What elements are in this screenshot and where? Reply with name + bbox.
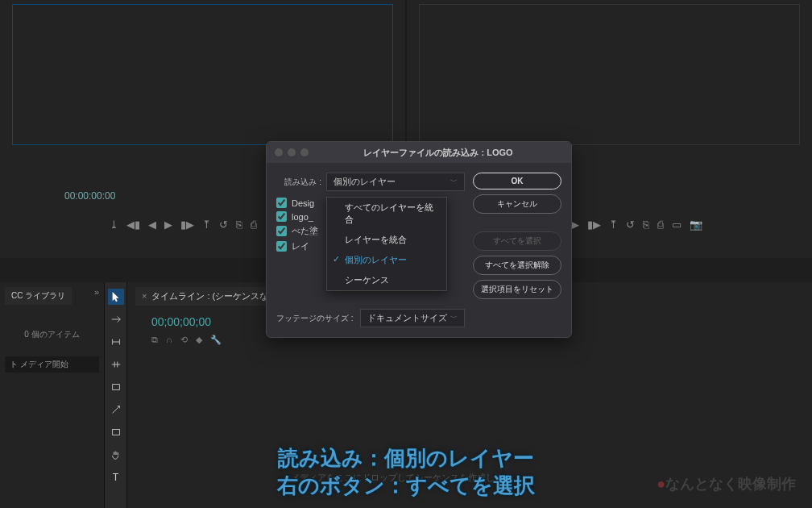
step-fwd-icon[interactable]: ▮▶ (180, 219, 194, 231)
footage-size-dropdown[interactable]: ドキュメントサイズ﹀ (360, 309, 465, 327)
close-icon[interactable] (275, 148, 283, 156)
ripple-tool[interactable] (108, 334, 124, 350)
footage-size-label: フッテージのサイズ : (276, 313, 354, 324)
step-fwd-icon[interactable]: ▮▶ (587, 219, 601, 231)
loop-icon[interactable]: ↺ (219, 219, 228, 231)
source-frame (12, 4, 393, 145)
export-frame-icon[interactable]: ▭ (672, 219, 682, 231)
chevron-down-icon: ﹀ (450, 313, 458, 323)
item-count: 0 個のアイテム (5, 329, 99, 340)
magnet-icon[interactable]: ∩ (166, 335, 172, 345)
snapshot-icon[interactable]: 📷 (690, 219, 702, 231)
type-tool[interactable]: T (108, 469, 124, 485)
panel-menu-icon[interactable]: » (94, 287, 99, 297)
svg-text:T: T (112, 472, 118, 483)
select-all-button[interactable]: すべてを選択 (473, 231, 561, 251)
import-dropdown-menu: すべてのレイヤーを統合 レイヤーを統合 個別のレイヤー シーケンス (326, 197, 447, 291)
media-start-col: ト メディア開始 (5, 356, 99, 373)
import-dropdown[interactable]: 個別のレイヤー﹀ (326, 173, 465, 191)
extract-icon[interactable]: ⎙ (657, 219, 664, 231)
program-frame (419, 4, 800, 145)
lift-icon[interactable]: ⎘ (643, 219, 649, 231)
play-back-icon[interactable]: ◀ (148, 219, 156, 231)
reset-selection-button[interactable]: 選択項目をリセット (473, 280, 561, 299)
mark-in-icon[interactable]: ⤓ (110, 219, 118, 231)
layer-checkbox[interactable] (276, 241, 287, 252)
layer-checkbox[interactable] (276, 226, 287, 236)
rectangle-tool[interactable] (108, 424, 124, 440)
menu-merge-all[interactable]: すべてのレイヤーを統合 (327, 198, 446, 230)
zoom-icon[interactable] (300, 148, 309, 156)
razor-tool[interactable] (108, 356, 124, 373)
play-icon[interactable]: ▶ (164, 219, 172, 231)
marker-icon[interactable]: ◆ (196, 335, 202, 345)
track-select-tool[interactable] (108, 311, 124, 327)
mark-out-icon[interactable]: ⤒ (202, 219, 211, 231)
tool-palette: T (105, 282, 127, 508)
overwrite-icon[interactable]: ⎙ (251, 219, 257, 231)
pen-tool[interactable] (108, 402, 124, 418)
source-timestamp: 00:00:00:00 (64, 190, 115, 202)
import-label: 読み込み : (276, 177, 321, 188)
step-back-icon[interactable]: ◀▮ (126, 219, 140, 231)
mark-out-icon[interactable]: ⤒ (609, 219, 618, 231)
chevron-down-icon: ﹀ (450, 177, 458, 187)
project-panel: CC ライブラリ » 0 個のアイテム ト メディア開始 (0, 282, 105, 508)
dialog-title: レイヤーファイルの読み込み : LOGO (313, 147, 563, 159)
menu-sequence[interactable]: シーケンス (327, 270, 446, 290)
minimize-icon[interactable] (288, 148, 296, 156)
dialog-titlebar[interactable]: レイヤーファイルの読み込み : LOGO (267, 142, 571, 163)
import-layers-dialog: レイヤーファイルの読み込み : LOGO 読み込み : 個別のレイヤー﹀ すべて… (266, 141, 572, 338)
ok-button[interactable]: OK (473, 173, 561, 189)
watermark: ●なんとなく映像制作 (657, 474, 796, 493)
layer-checkbox[interactable] (276, 198, 287, 208)
menu-individual[interactable]: 個別のレイヤー (327, 250, 446, 270)
loop-icon[interactable]: ↺ (626, 219, 635, 231)
menu-merge[interactable]: レイヤーを統合 (327, 230, 446, 250)
svg-rect-0 (112, 430, 119, 435)
layer-checkbox[interactable] (276, 211, 287, 222)
annotation-caption: 読み込み：個別のレイヤー 右のボタン：すべてを選択 (277, 445, 535, 500)
slip-tool[interactable] (108, 379, 124, 395)
wrench-icon[interactable]: 🔧 (210, 335, 222, 345)
insert-icon[interactable]: ⎘ (236, 219, 242, 231)
hand-tool[interactable] (108, 447, 124, 463)
cancel-button[interactable]: キャンセル (473, 194, 561, 214)
timeline-tab[interactable]: ×タイムライン : (シーケンスな (135, 287, 275, 306)
snap-icon[interactable]: ⧉ (151, 335, 158, 345)
deselect-all-button[interactable]: すべてを選択解除 (473, 256, 561, 275)
link-icon[interactable]: ⟲ (180, 335, 188, 345)
cc-libraries-tab[interactable]: CC ライブラリ (5, 287, 72, 305)
selection-tool[interactable] (108, 289, 124, 305)
play-icon[interactable]: ▶ (571, 219, 579, 231)
